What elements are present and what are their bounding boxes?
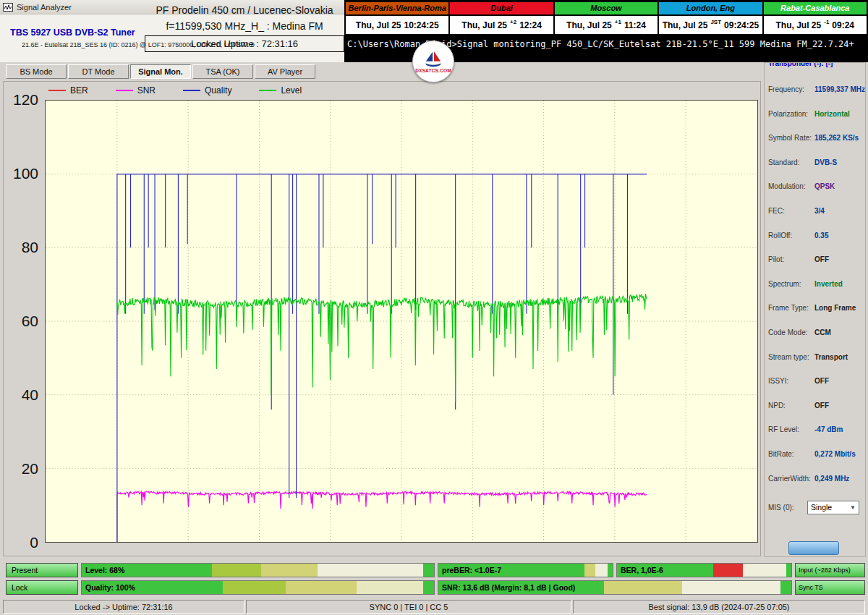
tab-signal-mon[interactable]: Signal Mon. — [130, 64, 191, 79]
param-value: 0,272 Mbit/s — [814, 450, 856, 458]
legend-item-level: Level — [259, 85, 302, 96]
legend-item-ber: BER — [48, 85, 88, 96]
param-row: Code Mode:CCM — [768, 325, 865, 349]
frequency-line: f=11599,530 MHz_H_ : Medina FM — [145, 20, 344, 32]
param-row: Modulation:QPSK — [768, 179, 865, 203]
param-label: Frame Type: — [768, 304, 814, 312]
param-row: Symbol Rate:185,262 KS/s — [768, 130, 865, 155]
chart-legend: BERSNRQualityLevel — [48, 85, 302, 96]
series-snr — [117, 491, 647, 509]
sailboat-icon — [423, 51, 443, 68]
mis-select[interactable]: Single ▼ — [807, 501, 859, 514]
param-row: RollOff:0.35 — [768, 228, 865, 253]
param-value: 185,262 KS/s — [814, 134, 859, 142]
lock-indicator: Lock — [6, 580, 78, 595]
snr-bar: SNR: 13,6 dB (Margin: 8,1 dB | Good) — [438, 580, 792, 595]
param-row: BitRate:0,272 Mbit/s — [768, 446, 865, 471]
preber-bar: preBER: <1.0E-7 — [438, 563, 613, 577]
param-value: DVB-S — [814, 158, 837, 166]
chart-panel: BERSNRQualityLevel 020406080100120 — [3, 81, 761, 556]
signal-chart — [45, 100, 758, 543]
clock-city: Berlin-Paris-Vienna-Roma — [346, 2, 448, 14]
legend-item-snr: SNR — [116, 85, 156, 96]
tab-bs-mode[interactable]: BS Mode — [6, 64, 67, 79]
y-axis-label: 80 — [5, 239, 38, 256]
y-axis-label: 120 — [5, 91, 38, 109]
param-row: CarrierWidth:0,249 MHz — [768, 471, 865, 496]
param-row: Stream type:Transport — [768, 349, 865, 374]
input-indicator: Input (~282 Kbps) — [795, 563, 865, 577]
transponder-sidebar: Transponder (-): [-] Frequency:11599,337… — [764, 62, 866, 557]
param-value: Inverted — [814, 280, 843, 288]
statusbar-sync-counters: SYNC 0 | TEI 0 | CC 5 — [246, 600, 571, 614]
bottom-statusbar: Locked -> Uptime: 72:31:16 SYNC 0 | TEI … — [0, 598, 868, 615]
param-row: FEC:3/4 — [768, 203, 865, 228]
param-value: OFF — [814, 402, 829, 410]
param-row: Frequency:11599,337 MHz — [768, 82, 865, 106]
ber-bar: BER, 1,0E-6 — [616, 563, 792, 577]
tab-bar: BS ModeDT ModeSignal Mon.TSA (OK)AV Play… — [0, 62, 344, 81]
param-value: 0,249 MHz — [814, 475, 849, 483]
param-row: Pilot:OFF — [768, 252, 865, 276]
param-row: RF Level:-47 dBm — [768, 422, 865, 446]
chevron-down-icon: ▼ — [850, 504, 856, 511]
param-value: Horizontal — [814, 110, 850, 118]
clock-city: Moscow — [555, 2, 658, 14]
level-bar-label: Level: 68% — [85, 564, 124, 577]
clock-columns: Berlin-Paris-Vienna-RomaDubaiMoscowLondo… — [346, 2, 867, 34]
dxsatcs-logo: DXSATCS.COM — [412, 41, 454, 82]
mis-selected-value: Single — [811, 503, 832, 512]
preber-bar-label: preBER: <1.0E-7 — [442, 564, 501, 577]
app-icon — [3, 3, 13, 12]
y-axis-label: 100 — [5, 165, 38, 182]
statusbar-best-signal: Best signal: 13,9 dB (2024-07-25 07:05) — [573, 600, 865, 614]
present-indicator: Present — [6, 563, 78, 577]
param-label: BitRate: — [768, 450, 814, 458]
snr-bar-label: SNR: 13,6 dB (Margin: 8,1 dB | Good) — [442, 581, 575, 594]
y-axis-label: 60 — [5, 313, 38, 330]
param-value: CCM — [814, 328, 831, 336]
transponder-partial-row: Transponder (-): [-] — [768, 63, 865, 82]
param-label: Frequency: — [768, 85, 814, 93]
mis-row: MIS (0): Single ▼ — [768, 495, 865, 519]
param-row: Standard:DVB-S — [768, 155, 865, 179]
clock-city: Dubai — [450, 2, 553, 14]
sidebar-params: Frequency:11599,337 MHzPolarization:Hori… — [768, 82, 865, 495]
param-value: 3/4 — [814, 207, 825, 215]
tab-av-player[interactable]: AV Player — [255, 64, 315, 79]
tab-dt-mode[interactable]: DT Mode — [68, 64, 129, 79]
ber-bar-label: BER, 1,0E-6 — [621, 564, 663, 577]
y-axis-label: 20 — [5, 460, 38, 478]
tab-tsa-ok[interactable]: TSA (OK) — [192, 64, 253, 79]
dish-title: PF Prodelin 450 cm / Lucenec-Slovakia — [145, 4, 344, 16]
param-label: Stream type: — [768, 353, 814, 361]
statusbar-uptime: Locked -> Uptime: 72:31:16 — [3, 600, 244, 614]
param-value: -47 dBm — [814, 425, 843, 433]
legend-item-quality: Quality — [183, 85, 231, 96]
clock-city: Rabat-Casablanca — [764, 2, 867, 14]
clock-datetime: Thu, Jul 25-109:24 — [764, 16, 867, 34]
param-value: OFF — [814, 255, 829, 263]
clock-city: London, Eng — [659, 2, 762, 14]
param-row: Polarization:Horizontal — [768, 106, 865, 131]
clock-datetime: Thu, Jul 2510:24:25 — [346, 16, 448, 34]
clock-datetime: Thu, Jul 25+111:24 — [555, 16, 658, 34]
param-label: FEC: — [768, 207, 814, 215]
param-row: ISSYI:OFF — [768, 373, 865, 398]
clock-datetime: Thu, Jul 25JST09:24:25 — [659, 16, 762, 34]
param-value: 0.35 — [814, 232, 828, 239]
quality-bar: Quality: 100% — [81, 580, 435, 595]
param-label: Modulation: — [768, 182, 814, 190]
series-quality — [117, 174, 647, 542]
param-value: Transport — [814, 353, 848, 361]
locked-uptime: Locked Uptime : 72:31:16 — [145, 35, 344, 52]
tuner-title: TBS 5927 USB DVB-S2 Tuner — [10, 27, 135, 38]
param-label: Symbol Rate: — [768, 134, 814, 142]
series-level — [117, 294, 647, 402]
status-row-2: LockQuality: 100%SNR: 13,6 dB (Margin: 8… — [6, 580, 865, 595]
status-row-1: PresentLevel: 68%preBER: <1.0E-7BER, 1,0… — [6, 563, 865, 577]
mis-label: MIS (0): — [768, 504, 804, 512]
param-label: Spectrum: — [768, 280, 814, 288]
antenna-info-block: PF Prodelin 450 cm / Lucenec-Slovakia f=… — [145, 4, 344, 52]
sidebar-blue-button[interactable] — [788, 541, 839, 555]
